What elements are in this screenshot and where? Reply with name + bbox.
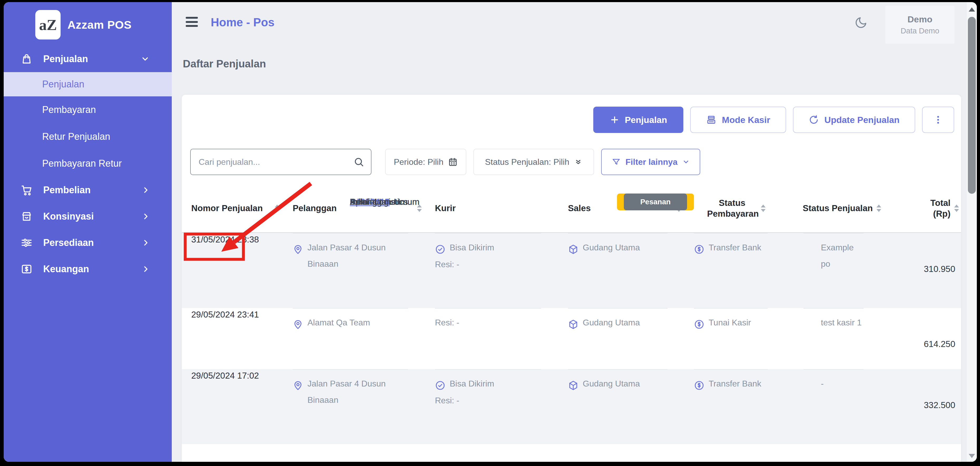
logo-monogram: aZ [35, 10, 60, 40]
sidebar-item-penjualan[interactable]: Penjualan [4, 46, 172, 72]
sales-list-card: Penjualan Mode Kasir Update Penjualan [182, 95, 961, 462]
sidebar-item-label: Konsinyasi [43, 211, 94, 222]
filter-bar: Periode: Pilih Status Penjualan: Pilih [190, 149, 700, 175]
storefront-icon [21, 210, 33, 222]
dollar-circle-icon [694, 319, 705, 330]
periode-filter[interactable]: Periode: Pilih [385, 149, 466, 175]
warehouse-name: Gudang Utama [583, 314, 640, 331]
update-penjualan-button[interactable]: Update Penjualan [793, 107, 915, 133]
resi-number: Resi: - [435, 392, 541, 409]
user-menu[interactable]: Demo Data Demo [885, 6, 955, 44]
sale-note: Example po [803, 239, 864, 272]
sale-date: 29/05/2024 17:02 [191, 371, 280, 381]
customer-address: Alamat Qa Team [307, 314, 370, 331]
sidebar-subitem-retur-penjualan[interactable]: Retur Penjualan [4, 123, 172, 150]
sliders-icon [21, 237, 33, 249]
chevron-right-icon [142, 265, 150, 273]
sidebar-item-pembelian[interactable]: Pembelian [4, 177, 172, 203]
divider: Jalan Pasar 4 Dusun Binaaan [293, 233, 408, 272]
customer-address: Jalan Pasar 4 Dusun Binaaan [307, 376, 408, 408]
column-header-nomor-penjualan[interactable]: Nomor Penjualan [182, 184, 283, 232]
table-row[interactable]: PJ052415 29/05/2024 23:41 Retail-Umum Al… [182, 308, 961, 369]
search-input[interactable] [190, 149, 371, 175]
sidebar-item-label: Persediaan [43, 237, 94, 248]
status-penjualan-filter[interactable]: Status Penjualan: Pilih [473, 149, 594, 175]
resi-number: Resi: - [435, 256, 541, 273]
resi-number: Resi: - [435, 314, 541, 331]
table-row[interactable]: PJ052413 29/05/2024 17:02 Pelanggan Umum… [182, 369, 961, 444]
map-pin-icon [293, 380, 303, 391]
sidebar-item-keuangan[interactable]: Keuangan [4, 256, 172, 282]
check-circle-icon [435, 380, 445, 391]
hamburger-icon[interactable] [186, 17, 198, 27]
main-content: Home - Pos Demo Data Demo Daftar Penjual… [172, 2, 977, 462]
sidebar-item-label: Pembelian [43, 185, 91, 196]
mode-kasir-button[interactable]: Mode Kasir [690, 107, 786, 133]
sidebar-subitem-penjualan[interactable]: Penjualan [4, 72, 172, 97]
scrollbar-down-arrow-icon[interactable] [969, 454, 975, 458]
sales-table: Nomor Penjualan Pelanggan Kurir Sales [182, 184, 961, 462]
check-circle-icon [435, 244, 445, 255]
search-field [190, 149, 371, 175]
vertical-scrollbar[interactable] [967, 2, 977, 462]
package-cube-icon [568, 380, 579, 391]
page-title: Daftar Penjualan [183, 58, 266, 70]
divider: Example po [803, 233, 864, 272]
add-penjualan-button[interactable]: Penjualan [593, 107, 683, 133]
divider: Gudang Utama [568, 369, 668, 392]
sale-date: 29/05/2024 23:41 [191, 310, 280, 320]
sale-date: 31/05/2024 23:38 [191, 235, 280, 244]
payment-method: Transfer Bank [709, 239, 761, 256]
warehouse-name: Gudang Utama [583, 239, 640, 256]
sort-icon[interactable] [275, 204, 280, 212]
shopping-cart-icon [21, 184, 33, 196]
chevron-right-icon [142, 186, 150, 194]
filter-lainnya-button[interactable]: Filter lainnya [601, 149, 700, 175]
money-icon [21, 263, 33, 275]
total-amount: 310.950 [891, 233, 961, 308]
sale-note: - [803, 376, 864, 392]
total-amount: 332.500 [891, 369, 961, 444]
divider: Bisa Dikirim Resi: - [435, 369, 541, 409]
moon-icon[interactable] [854, 16, 868, 30]
divider: - [803, 369, 864, 392]
scrollbar-up-arrow-icon[interactable] [969, 7, 975, 11]
sidebar-item-konsinyasi[interactable]: Konsinyasi [4, 203, 172, 230]
breadcrumb[interactable]: Home - Pos [211, 16, 275, 29]
table-row[interactable]: PJ052414 31/05/2024 23:38 Pelanggan Umum… [182, 233, 961, 308]
shipping-status: Bisa Dikirim [450, 239, 494, 256]
calendar-icon [448, 157, 458, 166]
scrollbar-thumb[interactable] [968, 17, 976, 194]
divider: test kasir 1 [803, 308, 864, 331]
chevron-right-icon [142, 239, 150, 247]
shipping-status: Bisa Dikirim [450, 376, 494, 392]
map-pin-icon [293, 319, 303, 330]
package-cube-icon [568, 244, 579, 255]
chevron-down-icon [682, 158, 690, 166]
sidebar: aZ Azzam POS Penjualan Penjualan Pembaya… [4, 2, 172, 462]
funnel-icon [612, 157, 620, 166]
user-subtitle: Data Demo [901, 27, 939, 35]
total-amount: 614.250 [891, 308, 961, 369]
sidebar-item-label: Penjualan [43, 54, 88, 65]
warehouse-name: Gudang Utama [583, 376, 640, 392]
sidebar-subitem-pembayaran-retur[interactable]: Pembayaran Retur [4, 150, 172, 177]
chevron-down-icon [141, 54, 150, 63]
dollar-circle-icon [694, 244, 705, 255]
sidebar-subitem-pembayaran[interactable]: Pembayaran [4, 97, 172, 123]
divider: Gudang Utama [568, 308, 668, 331]
plus-icon [609, 115, 620, 125]
toolbar: Penjualan Mode Kasir Update Penjualan [593, 107, 954, 133]
divider: Bisa Dikirim Resi: - [435, 233, 541, 273]
divider: Gudang Utama [568, 233, 668, 256]
divider: Transfer Bank [694, 369, 768, 392]
kebab-menu-icon[interactable] [922, 107, 954, 133]
double-chevron-down-icon [574, 158, 582, 166]
payment-method: Tunai Kasir [709, 314, 751, 331]
app-logo[interactable]: aZ Azzam POS [35, 10, 172, 40]
package-cube-icon [568, 319, 579, 330]
table-row[interactable]: PJ052412 Pelanggan Umum Indah Logistics … [182, 444, 961, 462]
refresh-icon [808, 114, 819, 125]
sidebar-item-persediaan[interactable]: Persediaan [4, 230, 172, 256]
chevron-right-icon [142, 212, 150, 220]
